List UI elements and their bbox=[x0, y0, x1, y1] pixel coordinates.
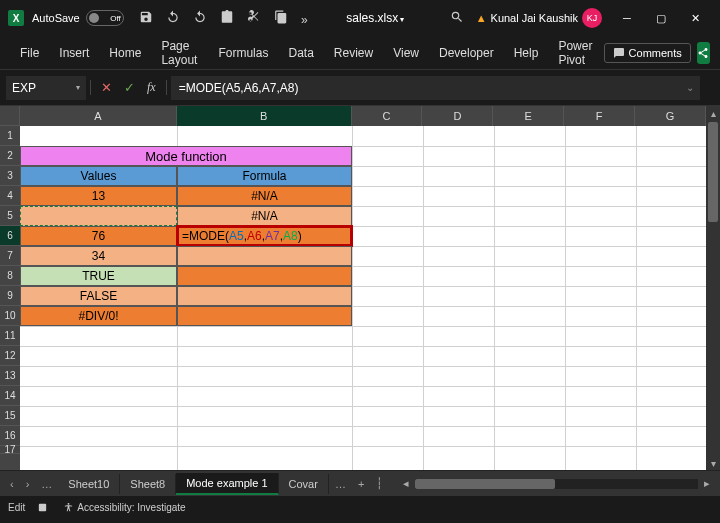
row-header-10[interactable]: 10 bbox=[0, 306, 20, 326]
cell-A10[interactable]: #DIV/0! bbox=[20, 306, 177, 326]
enter-icon[interactable]: ✓ bbox=[124, 80, 135, 95]
ribbon-tabs: File Insert Home Page Layout Formulas Da… bbox=[0, 36, 720, 70]
cell-A8[interactable]: TRUE bbox=[20, 266, 177, 286]
grid[interactable]: Mode function Values Formula 13 #N/A #N/… bbox=[20, 126, 706, 470]
formula-input[interactable]: =MODE(A5,A6,A7,A8) ⌄ bbox=[171, 76, 700, 100]
cell-A9[interactable]: FALSE bbox=[20, 286, 177, 306]
cell-A4[interactable]: 13 bbox=[20, 186, 177, 206]
close-button[interactable]: ✕ bbox=[680, 4, 710, 32]
share-button[interactable] bbox=[697, 42, 710, 64]
scroll-up-icon[interactable]: ▴ bbox=[706, 106, 720, 120]
row-header-14[interactable]: 14 bbox=[0, 386, 20, 406]
select-all-corner[interactable] bbox=[0, 106, 20, 126]
comments-button[interactable]: Comments bbox=[604, 43, 691, 63]
sheet-area: A B C D E F G 1 2 3 4 5 6 7 8 9 10 11 12… bbox=[0, 106, 720, 470]
autosave-toggle[interactable]: Off bbox=[86, 10, 124, 26]
cell-A3[interactable]: Values bbox=[20, 166, 177, 186]
cell-B6-editing[interactable]: =MODE(A5,A6,A7,A8) bbox=[177, 226, 352, 246]
user-account[interactable]: Kunal Jai Kaushik KJ bbox=[491, 8, 602, 28]
col-header-B[interactable]: B bbox=[177, 106, 352, 126]
row-header-5[interactable]: 5 bbox=[0, 206, 20, 226]
cell-B3[interactable]: Formula bbox=[177, 166, 352, 186]
sheet-tab-1[interactable]: Sheet8 bbox=[120, 474, 176, 494]
tab-file[interactable]: File bbox=[10, 40, 49, 66]
tab-developer[interactable]: Developer bbox=[429, 40, 504, 66]
horizontal-scrollbar[interactable]: ◂ ▸ bbox=[397, 477, 716, 491]
cell-B4[interactable]: #N/A bbox=[177, 186, 352, 206]
cell-B7[interactable] bbox=[177, 246, 352, 266]
col-header-C[interactable]: C bbox=[352, 106, 423, 126]
tab-view[interactable]: View bbox=[383, 40, 429, 66]
row-header-6[interactable]: 6 bbox=[0, 226, 20, 246]
row-header-1[interactable]: 1 bbox=[0, 126, 20, 146]
tab-home[interactable]: Home bbox=[99, 40, 151, 66]
copy-icon[interactable] bbox=[274, 10, 288, 24]
row-header-13[interactable]: 13 bbox=[0, 366, 20, 386]
scroll-down-icon[interactable]: ▾ bbox=[706, 456, 720, 470]
qat-overflow-icon[interactable]: » bbox=[301, 13, 308, 27]
row-header-8[interactable]: 8 bbox=[0, 266, 20, 286]
tab-nav-prev[interactable]: ‹ bbox=[4, 478, 20, 490]
tab-page-layout[interactable]: Page Layout bbox=[151, 33, 208, 73]
title-bar: X AutoSave Off » sales.xlsx▾ ▲ Kunal Jai… bbox=[0, 0, 720, 36]
cell-B9[interactable] bbox=[177, 286, 352, 306]
tab-data[interactable]: Data bbox=[278, 40, 323, 66]
redo-icon[interactable] bbox=[193, 10, 207, 24]
cancel-icon[interactable]: ✕ bbox=[101, 80, 112, 95]
row-header-2[interactable]: 2 bbox=[0, 146, 20, 166]
cell-A5[interactable] bbox=[20, 206, 177, 226]
name-box[interactable]: EXP▾ bbox=[6, 76, 86, 100]
row-header-16[interactable]: 16 bbox=[0, 426, 20, 446]
row-header-11[interactable]: 11 bbox=[0, 326, 20, 346]
row-header-4[interactable]: 4 bbox=[0, 186, 20, 206]
tab-nav-next[interactable]: › bbox=[20, 478, 36, 490]
cell-B8[interactable] bbox=[177, 266, 352, 286]
fx-icon[interactable]: fx bbox=[147, 80, 156, 95]
save-icon[interactable] bbox=[139, 10, 153, 24]
expand-formula-icon[interactable]: ⌄ bbox=[686, 82, 694, 93]
col-header-F[interactable]: F bbox=[564, 106, 635, 126]
row-header-7[interactable]: 7 bbox=[0, 246, 20, 266]
paste-icon[interactable] bbox=[220, 10, 234, 24]
status-macro-icon[interactable] bbox=[37, 502, 51, 513]
undo-icon[interactable] bbox=[166, 10, 180, 24]
accessibility-status[interactable]: Accessibility: Investigate bbox=[63, 502, 185, 513]
sheet-tab-2[interactable]: Mode example 1 bbox=[176, 473, 278, 495]
tab-more-icon[interactable]: … bbox=[329, 478, 352, 490]
row-header-15[interactable]: 15 bbox=[0, 406, 20, 426]
sheet-tab-0[interactable]: Sheet10 bbox=[58, 474, 120, 494]
col-header-A[interactable]: A bbox=[20, 106, 177, 126]
row-header-17[interactable]: 17 bbox=[0, 446, 20, 454]
vertical-scrollbar[interactable]: ▴ ▾ bbox=[706, 106, 720, 470]
tab-help[interactable]: Help bbox=[504, 40, 549, 66]
cell-B5[interactable]: #N/A bbox=[177, 206, 352, 226]
hscroll-right-icon[interactable]: ▸ bbox=[698, 477, 716, 490]
col-header-E[interactable]: E bbox=[493, 106, 564, 126]
tab-insert[interactable]: Insert bbox=[49, 40, 99, 66]
cut-icon[interactable] bbox=[247, 10, 261, 24]
sheet-tab-3[interactable]: Covar bbox=[279, 474, 329, 494]
hscroll-thumb[interactable] bbox=[415, 479, 555, 489]
cell-title[interactable]: Mode function bbox=[20, 146, 352, 166]
cell-B10[interactable] bbox=[177, 306, 352, 326]
maximize-button[interactable]: ▢ bbox=[646, 4, 676, 32]
scroll-thumb[interactable] bbox=[708, 122, 718, 222]
row-header-3[interactable]: 3 bbox=[0, 166, 20, 186]
filename[interactable]: sales.xlsx▾ bbox=[313, 11, 438, 25]
minimize-button[interactable]: ─ bbox=[612, 4, 642, 32]
tab-review[interactable]: Review bbox=[324, 40, 383, 66]
hscroll-left-icon[interactable]: ◂ bbox=[397, 477, 415, 490]
cell-A7[interactable]: 34 bbox=[20, 246, 177, 266]
col-header-G[interactable]: G bbox=[635, 106, 706, 126]
cell-A6[interactable]: 76 bbox=[20, 226, 177, 246]
search-icon[interactable] bbox=[450, 10, 464, 26]
new-sheet-button[interactable]: + bbox=[352, 478, 370, 490]
tab-power-pivot[interactable]: Power Pivot bbox=[548, 33, 603, 73]
row-header-12[interactable]: 12 bbox=[0, 346, 20, 366]
tab-formulas[interactable]: Formulas bbox=[208, 40, 278, 66]
chevron-down-icon[interactable]: ▾ bbox=[76, 83, 80, 92]
tab-overflow-icon[interactable]: … bbox=[35, 478, 58, 490]
warning-icon[interactable]: ▲ bbox=[476, 12, 487, 24]
col-header-D[interactable]: D bbox=[422, 106, 493, 126]
row-header-9[interactable]: 9 bbox=[0, 286, 20, 306]
